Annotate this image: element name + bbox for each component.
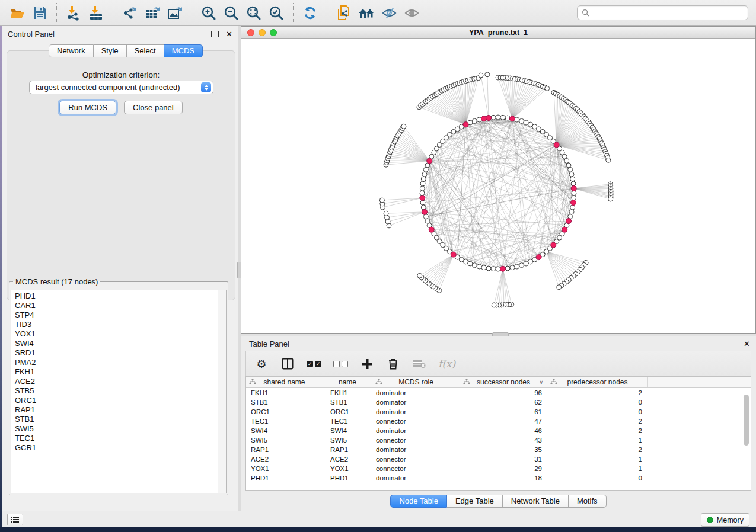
- table-cell: dominator: [372, 407, 460, 416]
- mcds-result-item[interactable]: TEC1: [15, 434, 216, 443]
- import-network-button[interactable]: [65, 4, 82, 23]
- mcds-result-item[interactable]: SWI5: [15, 424, 216, 434]
- mcds-result-item[interactable]: FKH1: [15, 367, 216, 377]
- run-mcds-button[interactable]: Run MCDS: [59, 101, 116, 114]
- mcds-result-item[interactable]: SWI4: [15, 339, 216, 348]
- table-row[interactable]: SWI4SWI4dominator462: [246, 426, 751, 435]
- node-table-body: FKH1FKH1dominator962STB1STB1dominator620…: [246, 388, 751, 483]
- table-row[interactable]: PHD1PHD1dominator180: [246, 473, 751, 483]
- toolbar-search: [577, 5, 748, 20]
- mcds-result-item[interactable]: ORC1: [15, 396, 216, 405]
- deselect-all-icon[interactable]: [333, 361, 348, 367]
- tab-motifs[interactable]: Motifs: [569, 495, 607, 508]
- search-input[interactable]: [592, 7, 748, 19]
- tab-style[interactable]: Style: [94, 44, 127, 57]
- tab-edge-table[interactable]: Edge Table: [447, 495, 503, 508]
- export-network-button[interactable]: [121, 4, 139, 23]
- network-home-button[interactable]: [358, 4, 375, 23]
- mcds-result-scrollbar[interactable]: [218, 290, 226, 493]
- select-all-icon[interactable]: ✓ ✓: [307, 361, 321, 367]
- column-label: MCDS role: [398, 378, 433, 386]
- table-row[interactable]: ACE2ACE2connector311: [246, 454, 751, 464]
- show-graphics-details-button[interactable]: [403, 4, 420, 23]
- network-canvas[interactable]: [242, 39, 755, 333]
- mcds-result-item[interactable]: PHD1: [15, 291, 216, 301]
- mcds-result-item[interactable]: SRD1: [15, 348, 216, 358]
- delete-column-trash-icon[interactable]: [386, 357, 400, 371]
- tab-network-table[interactable]: Network Table: [503, 495, 569, 508]
- table-cell: TEC1: [246, 416, 323, 426]
- add-column-icon[interactable]: [360, 357, 374, 371]
- table-row[interactable]: ORC1ORC1dominator610: [246, 407, 751, 416]
- import-table-icon: [88, 5, 104, 21]
- zoom-out-button[interactable]: [222, 4, 240, 23]
- column-header-predecessor-nodes[interactable]: predecessor nodes: [547, 377, 648, 387]
- column-header-shared-name[interactable]: shared name: [246, 377, 323, 387]
- mcds-result-item[interactable]: RAP1: [15, 405, 216, 415]
- open-file-button[interactable]: [8, 4, 26, 23]
- zoom-out-icon: [224, 5, 239, 21]
- table-row[interactable]: SWI5SWI5connector431: [246, 435, 751, 445]
- memory-button[interactable]: Memory: [701, 513, 749, 527]
- import-table-button[interactable]: [87, 4, 105, 23]
- network-window-titlebar[interactable]: YPA_prune.txt_1: [241, 27, 755, 39]
- mcds-result-item[interactable]: STP4: [15, 310, 216, 320]
- criterion-dropdown[interactable]: largest connected component (undirected): [29, 81, 213, 94]
- table-row[interactable]: RAP1RAP1dominator352: [246, 445, 751, 454]
- hide-graphics-details-button[interactable]: [380, 4, 398, 23]
- table-row[interactable]: TEC1TEC1connector472: [246, 416, 751, 426]
- float-panel-icon[interactable]: [211, 31, 219, 37]
- tab-mcds[interactable]: MCDS: [164, 44, 203, 57]
- table-row[interactable]: YOX1YOX1connector291: [246, 464, 751, 473]
- mcds-result-item[interactable]: CAR1: [15, 301, 216, 310]
- mcds-result-item[interactable]: TID3: [15, 320, 216, 329]
- float-panel-icon[interactable]: [729, 341, 736, 347]
- table-cell: 0: [547, 398, 648, 407]
- table-row[interactable]: FKH1FKH1dominator962: [246, 388, 751, 398]
- node-table[interactable]: shared namenameMCDS rolesuccessor nodes∨…: [245, 376, 751, 491]
- mcds-result-item[interactable]: PMA2: [15, 358, 216, 367]
- column-header-filler: [648, 377, 751, 387]
- task-history-button[interactable]: [7, 514, 23, 525]
- mcds-result-item[interactable]: GCR1: [15, 443, 216, 453]
- mcds-button-row: Run MCDS Close panel: [7, 101, 235, 114]
- close-panel-icon[interactable]: ✕: [744, 340, 750, 348]
- table-settings-gear-icon[interactable]: ⚙: [254, 357, 269, 371]
- export-table-icon: [145, 5, 161, 21]
- export-table-button[interactable]: [143, 4, 161, 23]
- toolbar-separator: [56, 3, 57, 23]
- zoom-fit-button[interactable]: [245, 4, 263, 23]
- column-header-successor-nodes[interactable]: successor nodes∨: [460, 377, 547, 387]
- network-desktop: YPA_prune.txt_1 Table Panel ✕ ⚙ ✓: [241, 26, 756, 511]
- zoom-selected-button[interactable]: [267, 4, 285, 23]
- export-image-button[interactable]: [166, 4, 184, 23]
- mcds-result-item[interactable]: STB1: [15, 415, 216, 424]
- close-panel-icon[interactable]: ✕: [226, 30, 232, 38]
- table-scrollbar-thumb[interactable]: [744, 395, 749, 446]
- tab-select[interactable]: Select: [127, 44, 164, 57]
- column-header-MCDS-role[interactable]: MCDS role: [372, 377, 460, 387]
- node-table-header: shared namenameMCDS rolesuccessor nodes∨…: [246, 377, 751, 388]
- column-header-name[interactable]: name: [323, 377, 372, 387]
- table-cell: 18: [460, 473, 547, 483]
- mcds-result-item[interactable]: ACE2: [15, 377, 216, 386]
- table-cell: 2: [547, 388, 648, 398]
- zoom-fit-icon: [246, 5, 261, 21]
- refresh-button[interactable]: [301, 4, 319, 23]
- clone-network-button[interactable]: [335, 4, 353, 23]
- save-session-button[interactable]: [31, 4, 49, 23]
- show-columns-icon[interactable]: [280, 357, 295, 371]
- main-toolbar: [0, 0, 756, 26]
- close-panel-button[interactable]: Close panel: [124, 101, 183, 114]
- search-icon: [582, 9, 589, 17]
- mcds-result-list[interactable]: PHD1CAR1STP4TID3YOX1SWI4SRD1PMA2FKH1ACE2…: [11, 290, 227, 493]
- tab-network[interactable]: Network: [49, 44, 94, 57]
- table-cell: 31: [460, 454, 547, 464]
- mcds-result-item[interactable]: STB5: [15, 386, 216, 396]
- tab-node-table[interactable]: Node Table: [390, 495, 447, 508]
- zoom-in-button[interactable]: [200, 4, 218, 23]
- mcds-result-item[interactable]: YOX1: [15, 329, 216, 339]
- table-cell: connector: [372, 454, 460, 464]
- table-cell: ACE2: [323, 454, 372, 464]
- table-row[interactable]: STB1STB1dominator620: [246, 398, 751, 407]
